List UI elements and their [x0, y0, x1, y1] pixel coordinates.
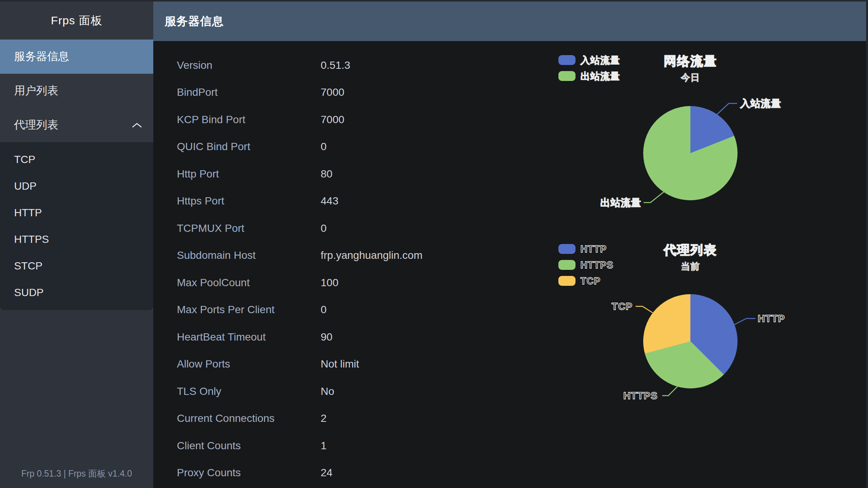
leader-line-https — [662, 387, 677, 396]
row-label: HeartBeat Timeout — [153, 331, 321, 343]
legend-swatch — [558, 276, 575, 286]
legend-item-tcp[interactable]: TCP — [558, 273, 614, 289]
legend-item-outbound[interactable]: 出站流量 — [558, 68, 620, 84]
row-value: 90 — [321, 331, 332, 343]
row-value: frp.yanghuanglin.com — [321, 249, 423, 261]
row-label: Current Connections — [153, 412, 321, 425]
leader-line-http — [734, 318, 755, 325]
row-label: Https Port — [153, 195, 321, 207]
server-info-row: Subdomain Hostfrp.yanghuanglin.com — [153, 242, 496, 269]
legend-label: HTTP — [580, 244, 607, 255]
row-value: 80 — [321, 168, 332, 180]
traffic-chart-header: 网络流量 今日 — [614, 53, 766, 83]
row-label: Version — [153, 59, 321, 71]
row-label: TLS Only — [153, 385, 321, 398]
sidebar-item-server-info[interactable]: 服务器信息 — [0, 40, 153, 74]
row-label: Proxy Counts — [153, 467, 321, 479]
traffic-chart-title: 网络流量 — [614, 53, 766, 69]
row-value: 0 — [321, 304, 327, 316]
legend-item-https[interactable]: HTTPS — [558, 257, 614, 273]
sidebar-subitem-sudp[interactable]: SUDP — [0, 279, 153, 306]
row-value: 24 — [321, 467, 332, 479]
sidebar-item-label: 代理列表 — [14, 117, 58, 133]
server-info-row: HeartBeat Timeout90 — [153, 323, 496, 351]
app-title: Frps 面板 — [0, 2, 153, 40]
pie-label-outbound: 出站流量 — [558, 196, 641, 209]
server-info-row: Allow PortsNot limit — [153, 351, 496, 378]
server-info-row: Version0.51.3 — [153, 52, 496, 79]
submenu-label: TCP — [14, 154, 35, 166]
legend-swatch — [558, 244, 575, 254]
row-label: BindPort — [153, 86, 321, 98]
legend-swatch — [558, 260, 575, 270]
server-info-row: KCP Bind Port7000 — [153, 106, 496, 133]
legend-swatch — [558, 55, 575, 65]
proxy-chart-legend: HTTP HTTPS TCP — [558, 241, 614, 289]
sidebar-subitem-stcp[interactable]: STCP — [0, 253, 153, 279]
chevron-up-icon — [132, 122, 142, 128]
scrollbar-gutter[interactable] — [866, 2, 868, 488]
server-info-row: Current Connections2 — [153, 405, 496, 433]
server-info-row: BindPort7000 — [153, 79, 496, 106]
row-value: 2 — [321, 412, 327, 425]
row-label: QUIC Bind Port — [153, 141, 321, 153]
sidebar-item-user-list[interactable]: 用户列表 — [0, 74, 153, 108]
row-value: 100 — [321, 277, 339, 289]
sidebar-item-label: 服务器信息 — [14, 49, 69, 64]
server-info-row: Max Ports Per Client0 — [153, 296, 496, 324]
page-title: 服务器信息 — [165, 14, 224, 29]
pie-label-https: HTTPS — [574, 389, 658, 402]
row-value: Not limit — [321, 358, 359, 370]
server-info-row: Https Port443 — [153, 188, 496, 215]
row-value: 443 — [321, 195, 339, 207]
page-header: 服务器信息 — [153, 2, 868, 41]
proxy-chart-subtitle: 当前 — [614, 261, 766, 272]
proxy-chart-header: 代理列表 当前 — [614, 242, 766, 272]
sidebar-item-proxy-list[interactable]: 代理列表 — [0, 108, 153, 142]
proxy-chart-title: 代理列表 — [614, 242, 766, 258]
sidebar: Frps 面板 服务器信息 用户列表 代理列表 TCP UDP HTTP HTT… — [0, 2, 153, 488]
row-value: 7000 — [321, 114, 344, 126]
row-value: No — [321, 385, 334, 398]
sidebar-item-label: 用户列表 — [14, 83, 58, 98]
version-footer: Frp 0.51.3 | Frps 面板 v1.4.0 — [0, 468, 153, 488]
legend-swatch — [558, 71, 575, 81]
sidebar-menu: Frps 面板 服务器信息 用户列表 代理列表 TCP UDP HTTP HTT… — [0, 2, 153, 310]
row-label: Subdomain Host — [153, 249, 321, 261]
server-info-panel: Version0.51.3 BindPort7000 KCP Bind Port… — [153, 52, 496, 486]
row-label: TCPMUX Port — [153, 222, 321, 234]
legend-label: TCP — [580, 276, 601, 287]
submenu-label: STCP — [14, 260, 43, 272]
row-label: Max Ports Per Client — [153, 304, 321, 316]
row-value: 1 — [321, 440, 327, 452]
proxy-pie-chart[interactable] — [643, 294, 738, 388]
legend-item-http[interactable]: HTTP — [558, 241, 614, 257]
traffic-chart-subtitle: 今日 — [614, 72, 766, 83]
row-value: 0.51.3 — [321, 59, 350, 71]
row-value: 0 — [321, 222, 327, 234]
leader-line-outbound — [644, 192, 664, 203]
row-label: Max PoolCount — [153, 277, 321, 289]
traffic-pie-chart[interactable] — [643, 106, 738, 200]
row-value: 0 — [321, 141, 327, 153]
legend-label: HTTPS — [580, 260, 614, 271]
server-info-row: TCPMUX Port0 — [153, 215, 496, 242]
pie-label-http: HTTP — [758, 312, 785, 325]
sidebar-subitem-http[interactable]: HTTP — [0, 200, 153, 226]
row-value: 7000 — [321, 86, 344, 98]
server-info-row: Client Counts1 — [153, 432, 496, 459]
row-label: Allow Ports — [153, 358, 321, 370]
server-info-row: Http Port80 — [153, 160, 496, 188]
server-info-row: Max PoolCount100 — [153, 269, 496, 296]
row-label: KCP Bind Port — [153, 114, 321, 126]
sidebar-subitem-tcp[interactable]: TCP — [0, 146, 153, 173]
server-info-row: Proxy Counts24 — [153, 459, 496, 487]
submenu-label: HTTP — [14, 207, 42, 219]
server-info-row: QUIC Bind Port0 — [153, 133, 496, 161]
submenu-label: HTTPS — [14, 233, 49, 246]
pie-label-inbound: 入站流量 — [740, 97, 781, 110]
sidebar-subitem-udp[interactable]: UDP — [0, 173, 153, 200]
legend-item-inbound[interactable]: 入站流量 — [558, 52, 620, 68]
submenu-label: UDP — [14, 180, 37, 192]
sidebar-subitem-https[interactable]: HTTPS — [0, 226, 153, 253]
